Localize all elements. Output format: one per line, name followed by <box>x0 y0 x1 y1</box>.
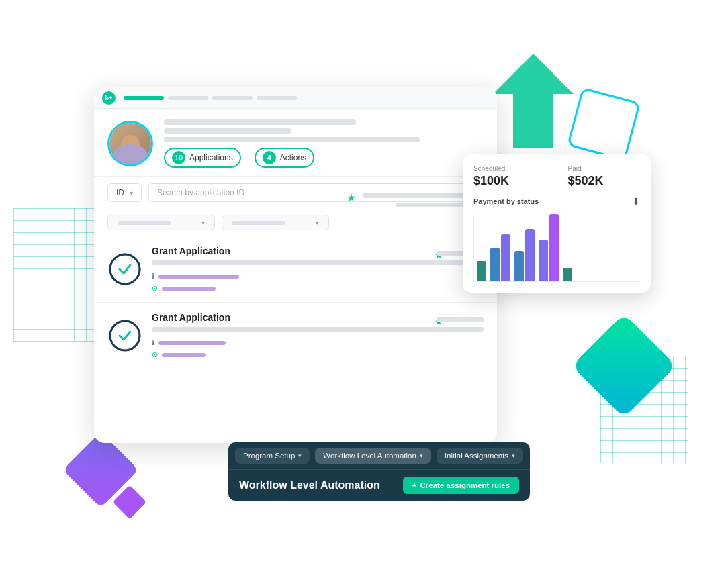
filter-chip-1-line <box>118 221 171 225</box>
filter-chip-2-line <box>232 221 285 225</box>
profile-name-lines <box>164 119 484 142</box>
row-right-line-2 <box>437 317 484 322</box>
table-row: Grant Application ℹ ⊙ ★ <box>94 303 497 369</box>
filter-chip-2-chevron: ▾ <box>316 219 319 226</box>
app-info-2: Grant Application ℹ ⊙ <box>152 312 484 359</box>
detail-bar-2a <box>158 341 226 345</box>
filter-bar-2: ▾ ▾ <box>94 209 497 236</box>
scheduled-label: Scheduled <box>473 165 546 173</box>
topbar-dot-4 <box>257 96 297 100</box>
bar-group-5 <box>563 268 572 281</box>
applications-count: 10 <box>172 151 185 164</box>
chart-header: Payment by status ⬇ <box>473 196 640 207</box>
chart-area <box>473 215 640 282</box>
bar-3-blue <box>525 229 535 281</box>
app-info-1: Grant Application ℹ ⊙ <box>152 246 484 293</box>
app-lines-2: ℹ ⊙ <box>152 327 484 359</box>
detail-item-2a: ℹ <box>152 338 484 347</box>
info-icon-2: ℹ <box>152 338 154 347</box>
chart-stats-row: Scheduled $100K Paid $502K <box>473 165 640 188</box>
bar-2-blue <box>501 234 510 281</box>
topbar-nav <box>124 96 297 100</box>
detail-item-1b: ⊙ <box>152 284 484 293</box>
tab-initial-assignments[interactable]: Initial Assignments ▾ <box>437 448 523 464</box>
bar-1-teal <box>477 261 486 281</box>
id-dropdown-label: ID <box>116 188 124 197</box>
create-btn-label: Create assignment rules <box>420 481 510 489</box>
bar-group-4 <box>539 214 559 281</box>
tab-program-setup[interactable]: Program Setup ▾ <box>235 448 310 464</box>
avatar <box>107 121 153 166</box>
info-icon-1: ℹ <box>152 272 154 281</box>
tab-program-setup-label: Program Setup <box>243 452 295 460</box>
profile-line-2 <box>164 128 291 134</box>
detail-item-1a: ℹ <box>152 272 484 281</box>
action-icon-2: ⊙ <box>152 350 158 359</box>
deco-arrow-green <box>493 54 574 148</box>
grant-badge-2 <box>107 318 142 353</box>
app-title-2: Grant Application <box>152 312 484 323</box>
chart-title: Payment by status <box>473 197 539 205</box>
paid-stat: Paid $502K <box>568 165 641 188</box>
profile-line-1 <box>164 119 356 125</box>
tab-workflow-automation-label: Workflow Level Automation <box>323 452 416 460</box>
app-lines-1: ℹ ⊙ <box>152 260 484 293</box>
bar-4-blue <box>539 240 548 281</box>
row-details-2: ℹ ⊙ <box>152 338 484 359</box>
table-row: Grant Application ℹ ⊙ ★ <box>94 236 497 303</box>
search-field[interactable]: Search by application ID <box>148 183 484 202</box>
tab-workflow-automation[interactable]: Workflow Level Automation ▾ <box>315 448 431 464</box>
filter-chip-1[interactable]: ▾ <box>107 215 215 230</box>
bar-5-teal <box>563 268 572 281</box>
actions-count: 4 <box>263 151 276 164</box>
bottom-toolbar: Program Setup ▾ Workflow Level Automatio… <box>228 442 530 501</box>
chart-divider <box>557 165 557 188</box>
id-dropdown-chevron: ▾ <box>130 189 133 197</box>
id-dropdown[interactable]: ID ▾ <box>107 183 142 202</box>
bar-group-3 <box>514 229 535 281</box>
profile-info: 10 Applications 4 Actions <box>164 119 484 168</box>
detail-bar-2b <box>162 353 206 357</box>
detail-bar-1a <box>158 275 239 279</box>
profile-star-icon: ★ <box>347 191 356 204</box>
tab-workflow-automation-chevron: ▾ <box>420 452 423 459</box>
actions-label: Actions <box>280 153 306 162</box>
app-title-1: Grant Application <box>152 246 484 256</box>
payment-chart-card: Scheduled $100K Paid $502K Payment by st… <box>463 154 651 293</box>
create-btn-prefix: + <box>412 481 417 489</box>
bar-group-2 <box>490 234 510 281</box>
paid-label: Paid <box>568 165 641 173</box>
bg-grid-decoration-left <box>13 208 101 342</box>
app-line-1a <box>152 260 484 265</box>
create-assignment-rules-button[interactable]: + Create assignment rules <box>403 477 519 494</box>
tab-initial-assignments-chevron: ▾ <box>512 452 515 459</box>
bar-4-purple <box>549 214 559 281</box>
profile-section: 10 Applications 4 Actions ★ <box>94 109 497 177</box>
app-logo: b+ <box>102 91 116 105</box>
row-details-1: ℹ ⊙ <box>152 272 484 293</box>
paid-value: $502K <box>568 174 641 188</box>
toolbar-tabs: Program Setup ▾ Workflow Level Automatio… <box>228 442 530 469</box>
topbar-dot-1 <box>124 96 164 100</box>
toolbar-bottom: Workflow Level Automation + Create assig… <box>228 469 530 501</box>
detail-item-2b: ⊙ <box>152 350 484 359</box>
bar-3-teal <box>514 251 524 281</box>
app-line-2a <box>152 327 484 332</box>
scheduled-stat: Scheduled $100K <box>473 165 546 188</box>
applications-badge: 10 Applications <box>164 148 241 168</box>
profile-stats: 10 Applications 4 Actions <box>164 148 484 168</box>
scheduled-value: $100K <box>473 174 546 188</box>
deco-cyan-square <box>567 87 641 161</box>
filter-chip-2[interactable]: ▾ <box>222 215 329 230</box>
profile-line-3 <box>164 137 420 142</box>
search-placeholder: Search by application ID <box>157 188 244 197</box>
download-icon[interactable]: ⬇ <box>632 196 640 207</box>
applications-label: Applications <box>189 153 233 162</box>
bar-2-teal <box>490 248 500 281</box>
tab-initial-assignments-label: Initial Assignments <box>445 452 508 460</box>
toolbar-main-title: Workflow Level Automation <box>239 479 380 491</box>
bar-group-1 <box>477 261 486 281</box>
app-window: b+ 10 Applications 4 <box>94 87 497 443</box>
topbar-dot-2 <box>168 96 208 100</box>
window-topbar: b+ <box>94 87 497 109</box>
